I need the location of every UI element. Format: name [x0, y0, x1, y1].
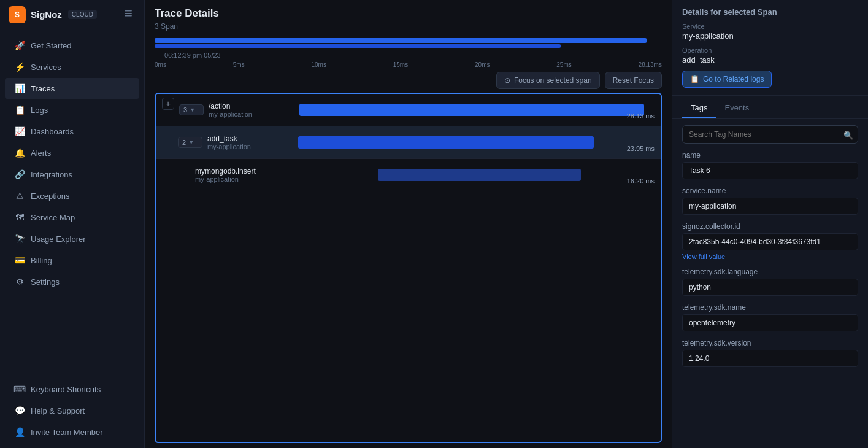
right-panel-title: Details for selected Span	[682, 7, 858, 17]
sidebar-item-label: Traces	[31, 84, 55, 93]
app-badge: CLOUD	[68, 10, 97, 19]
alerts-icon: 🔔	[15, 148, 25, 158]
timeline-ticks: 0ms 5ms 10ms 15ms 20ms 25ms 28.13ms	[155, 61, 662, 68]
svg-rect-1	[125, 13, 132, 14]
logs-icon: 📋	[15, 105, 25, 115]
sidebar-item-label: Usage Explorer	[31, 234, 86, 244]
get-started-icon: 🚀	[15, 41, 25, 50]
focus-icon: ⊙	[504, 76, 510, 85]
tag-search-row: 🔍	[672, 119, 868, 144]
sidebar-item-logs[interactable]: 📋 Logs	[5, 99, 139, 120]
service-value: my-application	[682, 31, 858, 41]
tag-value-sdk-name: opentelemetry	[682, 314, 858, 331]
svg-rect-0	[125, 10, 132, 12]
sidebar-item-label: Help & Support	[31, 406, 85, 415]
add-span-button[interactable]: +	[162, 98, 174, 110]
focus-selected-span-button[interactable]: ⊙ Focus on selected span	[496, 72, 600, 89]
sidebar-item-service-map[interactable]: 🗺 Service Map	[5, 207, 139, 228]
tag-search-input[interactable]	[682, 125, 858, 144]
integrations-icon: 🔗	[15, 169, 25, 179]
reset-focus-button[interactable]: Reset Focus	[605, 72, 662, 89]
tag-section: name Task 6 service.name my-application …	[672, 144, 868, 372]
sidebar-item-traces[interactable]: 📊 Traces	[5, 78, 139, 99]
trace-timestamp: 06:12:39 pm 05/23	[155, 49, 662, 61]
sidebar-item-exceptions[interactable]: ⚠ Exceptions	[5, 185, 139, 206]
go-to-related-logs-button[interactable]: 📋 Go to Related logs	[682, 71, 772, 88]
span-duration: 23.95 ms	[627, 145, 655, 152]
app-name: SigNoz	[31, 9, 62, 20]
service-map-icon: 🗺	[15, 212, 25, 222]
tag-value-sdk-language: python	[682, 279, 858, 296]
billing-icon: 💳	[15, 255, 25, 265]
tick-20ms: 20ms	[475, 61, 490, 68]
tag-key-collector-id: signoz.collector.id	[682, 222, 858, 231]
tag-key-name: name	[682, 151, 858, 160]
exceptions-icon: ⚠	[15, 191, 25, 201]
operation-label: Operation	[682, 47, 858, 54]
operation-value: add_task	[682, 55, 858, 64]
right-panel: Details for selected Span Service my-app…	[672, 0, 868, 448]
tick-0ms: 0ms	[155, 61, 166, 68]
sidebar-item-label: Dashboards	[31, 127, 74, 136]
sidebar-item-usage-explorer[interactable]: 🔭 Usage Explorer	[5, 228, 139, 249]
sidebar-header: S SigNoz CLOUD	[0, 0, 144, 29]
sidebar-item-label: Settings	[31, 277, 60, 287]
sidebar-item-label: Keyboard Shortcuts	[31, 385, 101, 394]
logs-icon: 📋	[690, 75, 699, 83]
sidebar-item-label: Invite Team Member	[31, 428, 103, 437]
keyboard-shortcuts-icon: ⌨	[15, 384, 25, 394]
view-full-value-link[interactable]: View full value	[682, 253, 858, 260]
tab-events[interactable]: Events	[716, 98, 758, 118]
tick-28ms: 28.13ms	[639, 61, 662, 68]
sidebar-item-integrations[interactable]: 🔗 Integrations	[5, 164, 139, 185]
sidebar-item-alerts[interactable]: 🔔 Alerts	[5, 142, 139, 163]
sidebar-item-invite-team[interactable]: 👤 Invite Team Member	[5, 422, 139, 442]
right-panel-header: Details for selected Span Service my-app…	[672, 0, 868, 96]
span-name: add_task	[207, 134, 293, 143]
trace-body: + 3 ▼ /action my-application 28.13 ms	[145, 93, 672, 448]
invite-team-icon: 👤	[15, 427, 25, 437]
trace-row[interactable]: mymongodb.insert my-application 16.20 ms	[156, 159, 661, 191]
tab-tags[interactable]: Tags	[682, 98, 716, 118]
dashboards-icon: 📈	[15, 126, 25, 136]
sidebar-item-dashboards[interactable]: 📈 Dashboards	[5, 121, 139, 142]
trace-container: + 3 ▼ /action my-application 28.13 ms	[155, 93, 662, 443]
tick-25ms: 25ms	[556, 61, 571, 68]
tag-value-name: Task 6	[682, 162, 858, 179]
sidebar-collapse-button[interactable]	[121, 6, 136, 23]
sidebar-item-help-support[interactable]: 💬 Help & Support	[5, 400, 139, 421]
traces-icon: 📊	[15, 83, 25, 93]
sidebar-nav: 🚀 Get Started ⚡ Services 📊 Traces 📋 Logs…	[0, 29, 144, 373]
toolbar: ⊙ Focus on selected span Reset Focus	[145, 68, 672, 93]
trace-title: Trace Details	[155, 7, 219, 20]
panel-tabs: Tags Events	[672, 98, 868, 119]
tag-key-service-name: service.name	[682, 187, 858, 195]
span-number: 2 ▼	[178, 137, 202, 148]
svg-rect-2	[125, 15, 132, 17]
app-logo: S	[9, 6, 26, 23]
span-name: mymongodb.insert	[195, 167, 281, 176]
tick-10ms: 10ms	[311, 61, 326, 68]
chevron-down-icon: ▼	[188, 139, 194, 145]
sidebar-item-get-started[interactable]: 🚀 Get Started	[5, 35, 139, 56]
sidebar-item-billing[interactable]: 💳 Billing	[5, 250, 139, 271]
span-service: my-application	[209, 110, 294, 118]
sidebar-item-label: Logs	[31, 106, 48, 115]
span-duration: 16.20 ms	[627, 177, 655, 185]
span-service: my-application	[195, 176, 281, 183]
sidebar-item-keyboard-shortcuts[interactable]: ⌨ Keyboard Shortcuts	[5, 379, 139, 400]
tick-15ms: 15ms	[393, 61, 408, 68]
chevron-down-icon: ▼	[190, 107, 195, 113]
sidebar-item-services[interactable]: ⚡ Services	[5, 56, 139, 77]
span-name: /action	[209, 102, 294, 110]
tag-value-collector-id: 2fac835b-44c0-4094-bd30-3f34f3673fd1	[682, 233, 858, 250]
sidebar-footer: ⌨ Keyboard Shortcuts 💬 Help & Support 👤 …	[0, 373, 144, 448]
sidebar-item-settings[interactable]: ⚙ Settings	[5, 271, 139, 292]
usage-explorer-icon: 🔭	[15, 234, 25, 244]
sidebar: S SigNoz CLOUD 🚀 Get Started ⚡ Services …	[0, 0, 145, 448]
sidebar-item-label: Get Started	[31, 41, 71, 50]
sidebar-item-label: Exceptions	[31, 191, 70, 201]
tag-value-service-name: my-application	[682, 198, 858, 215]
trace-row[interactable]: + 3 ▼ /action my-application 28.13 ms	[156, 94, 661, 126]
trace-row[interactable]: 2 ▼ add_task my-application 23.95 ms	[156, 126, 661, 159]
